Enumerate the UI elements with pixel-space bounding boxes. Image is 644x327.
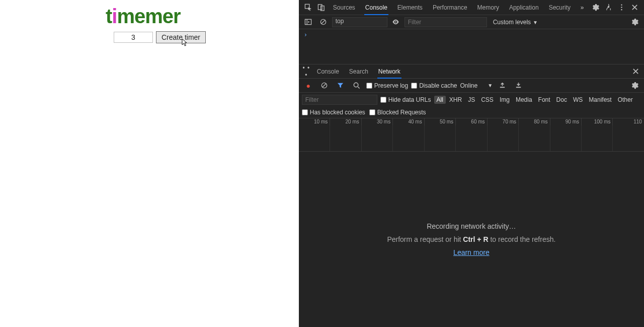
type-ws[interactable]: WS [571,96,585,104]
network-filter-row: Hide data URLs All XHR JS CSS Img Media … [299,93,644,118]
hide-data-urls-checkbox[interactable]: Hide data URLs [380,96,431,103]
recording-message: Recording network activity… [427,222,516,230]
toggle-sidebar-icon[interactable] [302,15,315,30]
filter-toggle-icon[interactable] [334,78,347,93]
timeline-ticks: 10 ms 20 ms 30 ms 40 ms 50 ms 60 ms 70 m… [299,118,644,125]
console-body[interactable]: › [299,29,644,64]
svg-point-14 [354,83,358,87]
tick-label: 10 ms [314,119,328,124]
tab-sources[interactable]: Sources [328,0,360,15]
timer-form: Create timer [114,31,206,43]
tick-label: 70 ms [503,119,516,124]
refresh-hint-pre: Perform a request or hit [387,235,463,243]
svg-rect-16 [500,87,504,88]
type-css[interactable]: CSS [478,96,496,104]
context-selector[interactable]: top [332,17,387,27]
type-other[interactable]: Other [615,96,635,104]
svg-rect-1 [318,5,323,10]
app-pane: timemer Create timer [0,0,299,327]
tick-label: 60 ms [471,119,485,124]
svg-rect-17 [516,87,520,88]
overflow-glyph: » [581,4,584,11]
type-manifest[interactable]: Manifest [586,96,614,104]
svg-point-4 [621,5,622,6]
type-xhr[interactable]: XHR [447,96,464,104]
live-expression-icon[interactable] [389,15,403,30]
tick-label: 20 ms [345,119,359,124]
console-prompt-icon: › [304,31,307,38]
app-logo: timemer [106,5,181,28]
throttling-dropdown[interactable]: Online ▼ [460,82,493,89]
type-doc[interactable]: Doc [554,96,570,104]
timeline-grid [299,125,644,151]
close-devtools-icon[interactable] [628,0,641,15]
timer-value-input[interactable] [114,32,153,43]
import-har-icon[interactable] [496,78,509,93]
log-levels-label: Custom levels [493,19,531,26]
blocked-requests-label: Blocked Requests [377,109,426,116]
tab-elements[interactable]: Elements [392,0,428,15]
blocked-requests-checkbox[interactable]: Blocked Requests [369,109,426,116]
export-har-icon[interactable] [512,78,525,93]
refresh-hint-kbd: Ctrl + R [463,235,488,243]
svg-point-3 [608,6,609,7]
hide-data-urls-label: Hide data URLs [388,96,431,103]
network-filter-input[interactable] [302,95,377,105]
type-font[interactable]: Font [536,96,553,104]
type-img[interactable]: Img [497,96,512,104]
learn-more-link[interactable]: Learn more [453,248,490,256]
record-icon[interactable]: ● [302,78,315,93]
type-media[interactable]: Media [513,96,535,104]
type-js[interactable]: JS [465,96,477,104]
svg-line-13 [323,84,327,88]
clear-network-icon[interactable] [318,78,331,93]
tick-label: 30 ms [377,119,390,124]
network-settings-icon[interactable] [628,78,641,93]
tab-application[interactable]: Application [504,0,544,15]
tabs-overflow-icon[interactable]: » [576,0,589,15]
tab-memory[interactable]: Memory [472,0,504,15]
network-toolbar: ● Preserve log Disable cache Online ▼ [299,79,644,93]
drawer-tab-console[interactable]: Console [312,64,344,79]
network-timeline[interactable]: 10 ms 20 ms 30 ms 40 ms 50 ms 60 ms 70 m… [299,118,644,152]
console-filter-input[interactable] [405,17,487,27]
more-menu-icon[interactable] [615,0,628,15]
drawer-tabbar: • • • Console Search Network [299,64,644,79]
tick-label: 40 ms [408,119,422,124]
tick-label: 110 [633,119,642,124]
type-all[interactable]: All [434,96,446,104]
drawer-tab-search[interactable]: Search [344,64,373,79]
throttling-label: Online [460,82,478,89]
preserve-log-label: Preserve log [374,82,408,89]
disable-cache-label: Disable cache [419,82,457,89]
console-settings-icon[interactable] [628,15,641,30]
network-empty-state: Recording network activity… Perform a re… [299,152,644,327]
has-blocked-cookies-label: Has blocked cookies [310,109,365,116]
chevron-down-icon: ▼ [488,83,493,88]
device-toggle-icon[interactable] [315,0,328,15]
request-type-filter: All XHR JS CSS Img Media Font Doc WS Man… [434,96,635,104]
tab-performance[interactable]: Performance [428,0,472,15]
disable-cache-checkbox[interactable]: Disable cache [411,82,457,89]
settings-gear-icon[interactable] [589,0,602,15]
tick-label: 80 ms [534,119,547,124]
inspect-element-icon[interactable] [302,0,315,15]
drawer-tab-network[interactable]: Network [373,64,406,79]
create-timer-button[interactable]: Create timer [156,31,206,43]
tick-label: 90 ms [566,119,579,124]
svg-point-11 [395,21,396,23]
tab-console[interactable]: Console [360,0,392,15]
svg-line-10 [321,20,326,24]
search-icon[interactable] [350,78,363,93]
customize-icon[interactable] [602,0,615,15]
has-blocked-cookies-checkbox[interactable]: Has blocked cookies [302,109,365,116]
drawer-more-icon[interactable]: • • • [301,64,312,79]
clear-console-icon[interactable] [317,15,330,30]
close-drawer-icon[interactable] [629,64,642,79]
devtools-pane: Sources Console Elements Performance Mem… [299,0,644,327]
preserve-log-checkbox[interactable]: Preserve log [366,82,408,89]
svg-point-5 [621,7,622,8]
logo-letter-i: i [112,5,117,27]
log-levels-dropdown[interactable]: Custom levels▼ [493,19,538,26]
tab-security[interactable]: Security [544,0,576,15]
